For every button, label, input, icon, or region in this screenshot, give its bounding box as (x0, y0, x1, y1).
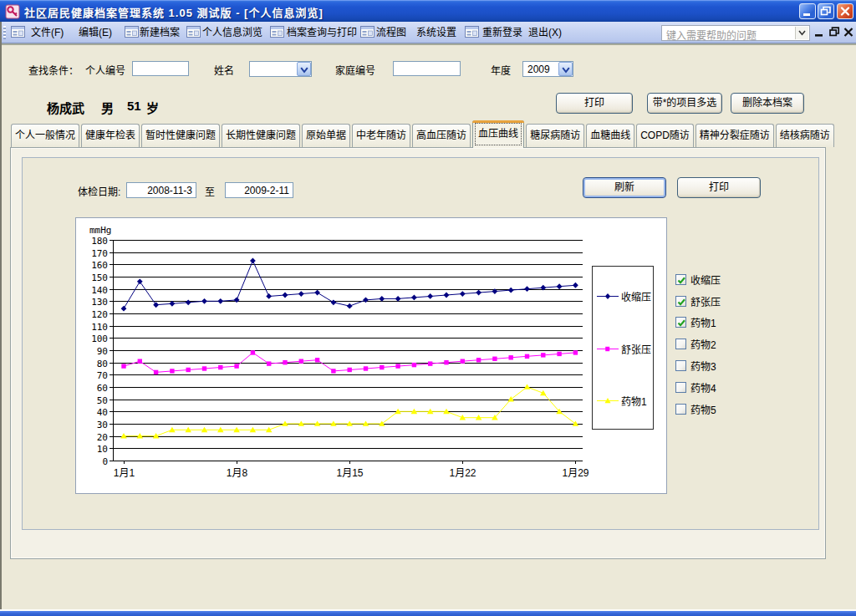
series-toggle-6[interactable]: 药物5 (675, 403, 716, 415)
chart-container: 0102030405060708090100110120130140150160… (75, 217, 667, 494)
checkbox-checked[interactable] (675, 296, 686, 307)
series-toggle-5[interactable]: 药物4 (675, 381, 716, 393)
series-toggle-1[interactable]: 舒张压 (675, 295, 721, 307)
mdi-minimize-button[interactable] (813, 26, 826, 38)
y-tick-label: 30 (97, 420, 108, 430)
menu-item-relogin[interactable]: 重新登录 (482, 26, 522, 40)
y-axis-labels: 0102030405060708090100110120130140150160… (91, 236, 108, 467)
tab-12[interactable]: 结核病随访 (776, 124, 834, 147)
menu-item-edit[interactable]: 编辑(E) (79, 26, 112, 40)
series-toggle-4[interactable]: 药物3 (675, 359, 716, 371)
series-toggle-3[interactable]: 药物2 (675, 338, 716, 349)
system-menu-icon[interactable] (11, 25, 25, 38)
checkbox-unchecked[interactable] (675, 360, 686, 371)
minimize-button[interactable] (799, 3, 816, 19)
checkbox-unchecked[interactable] (675, 404, 686, 415)
y-tick-label: 70 (97, 370, 108, 381)
date-to-input[interactable] (225, 182, 293, 198)
restore-button[interactable] (818, 3, 834, 19)
menu-item-new-record[interactable]: 新建档案 (140, 26, 180, 40)
exam-date-label: 体检日期: (78, 184, 120, 198)
help-combo-dropdown-button[interactable] (795, 27, 808, 39)
year-combo-dropdown-button[interactable] (558, 62, 573, 76)
query-print-icon[interactable] (270, 25, 284, 38)
checkbox-unchecked[interactable] (675, 339, 686, 349)
tab-7[interactable]: 血压曲线 (472, 120, 524, 148)
legend-label: 舒张压 (621, 342, 651, 356)
family-id-input[interactable] (393, 61, 461, 76)
help-search-combo[interactable]: 键入需要帮助的问题 (661, 25, 810, 41)
y-tick-label: 140 (91, 285, 108, 296)
tab-8[interactable]: 糖尿病随访 (526, 124, 584, 147)
tab-page: 体检日期: 至 刷新 打印 01020304050607080901001101… (10, 147, 826, 559)
chevron-down-icon (798, 30, 806, 36)
tab-5[interactable]: 中老年随访 (352, 124, 410, 147)
name-combo[interactable] (249, 61, 312, 77)
y-tick-label: 10 (97, 444, 108, 455)
query-conditions-label: 查找条件： (28, 63, 79, 77)
menu-item-system-settings[interactable]: 系统设置 (416, 26, 456, 40)
series-toggle-2[interactable]: 药物1 (675, 316, 716, 328)
tab-9[interactable]: 血糖曲线 (586, 124, 634, 147)
mdi-restore-button[interactable] (828, 26, 841, 38)
y-tick-label: 130 (91, 297, 108, 308)
checkbox-checked[interactable] (675, 317, 686, 328)
relogin-icon[interactable] (465, 25, 479, 38)
tab-3[interactable]: 长期性健康问题 (222, 124, 300, 147)
menu-item-personal-info[interactable]: 个人信息浏览 (202, 26, 262, 40)
menu-bar: 文件(F) 编辑(E) 新建档案 个人信息浏览 档案查询与打印 流程图 系统设置… (0, 22, 856, 43)
multi-select-button[interactable]: 带*的项目多选 (647, 93, 722, 114)
to-label: 至 (205, 184, 215, 198)
check-icon (676, 318, 687, 328)
menu-item-flowchart[interactable]: 流程图 (376, 26, 406, 40)
check-icon (676, 297, 687, 308)
series-toggle-label: 药物4 (690, 380, 716, 395)
patient-sex: 男 (101, 99, 114, 116)
checkbox-checked[interactable] (675, 274, 686, 285)
personal-info-icon[interactable] (186, 25, 201, 38)
check-icon (676, 275, 687, 286)
toolbar-grip-icon[interactable] (3, 26, 6, 39)
tab-6[interactable]: 高血压随访 (412, 124, 471, 147)
new-record-icon[interactable] (125, 25, 139, 38)
tab-2[interactable]: 暂时性健康问题 (141, 124, 220, 147)
delete-record-button[interactable]: 删除本档案 (731, 93, 804, 114)
x-axis-labels: 1月11月81月151月221月29 (114, 461, 589, 479)
tab-0[interactable]: 个人一般情况 (11, 124, 79, 147)
name-combo-dropdown-button[interactable] (297, 62, 311, 76)
help-search-placeholder: 键入需要帮助的问题 (666, 28, 757, 42)
close-button[interactable] (837, 3, 853, 19)
flowchart-icon[interactable] (360, 25, 374, 38)
menu-item-file[interactable]: 文件(F) (31, 26, 64, 40)
date-from-input[interactable] (126, 182, 196, 198)
year-combo[interactable]: 2009 (522, 61, 573, 77)
family-id-label: 家庭编号 (335, 63, 375, 77)
refresh-button[interactable]: 刷新 (583, 177, 666, 198)
legend-entry-0: 收缩压 (597, 290, 651, 302)
legend-entry-1: 舒张压 (597, 343, 651, 354)
tab-strip: 个人一般情况健康年检表暂时性健康问题长期性健康问题原始单据中老年随访高血压随访血… (11, 123, 836, 147)
tab-10[interactable]: COPD随访 (636, 124, 694, 147)
chart-print-button[interactable]: 打印 (677, 177, 761, 198)
x-tick-label: 1月1 (114, 467, 135, 479)
y-tick-label: 80 (97, 359, 108, 369)
print-button[interactable]: 打印 (556, 93, 633, 114)
tab-1[interactable]: 健康年检表 (81, 124, 140, 147)
menu-item-query-print[interactable]: 档案查询与打印 (287, 26, 357, 40)
tab-11[interactable]: 精神分裂症随访 (696, 124, 774, 147)
year-combo-value: 2009 (527, 64, 550, 75)
series-toggle-0[interactable]: 收缩压 (675, 273, 721, 285)
tab-4[interactable]: 原始单据 (302, 124, 350, 147)
mdi-close-button[interactable] (843, 26, 855, 38)
checkbox-unchecked[interactable] (675, 382, 686, 393)
personal-id-input[interactable] (132, 61, 189, 76)
series-1 (121, 350, 578, 374)
window-title: 社区居民健康档案管理系统 1.05 测试版 - [个人信息浏览] (24, 4, 324, 20)
client-area: 查找条件： 个人编号 姓名 家庭编号 年度 2009 杨成武 男 51 岁 打印… (0, 45, 856, 609)
chart-legend: 收缩压舒张压药物1 (592, 266, 654, 430)
series-toggle-label: 药物5 (690, 402, 716, 416)
gridlines (110, 240, 583, 461)
patient-age: 51 (127, 99, 141, 113)
y-tick-label: 0 (102, 456, 108, 467)
menu-item-exit[interactable]: 退出(X) (528, 26, 562, 40)
